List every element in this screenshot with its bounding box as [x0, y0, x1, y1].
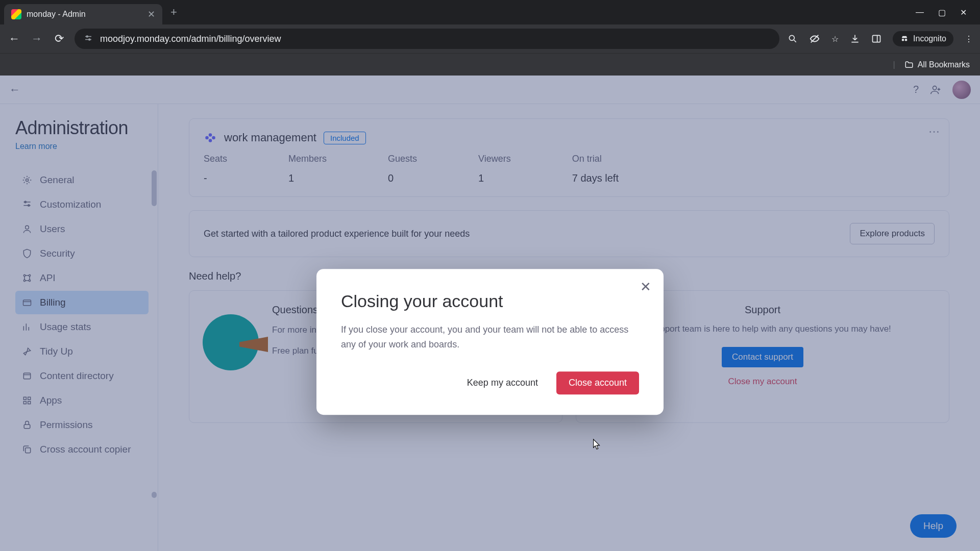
incognito-badge[interactable]: Incognito [893, 31, 953, 46]
tab-bar: monday - Admin ✕ + ― ▢ ✕ [0, 0, 980, 24]
sidepanel-icon[interactable] [871, 34, 881, 44]
new-tab-button[interactable]: + [162, 6, 185, 19]
browser-tab[interactable]: monday - Admin ✕ [4, 4, 162, 24]
browser-menu-icon[interactable]: ⋮ [965, 34, 973, 44]
close-window-icon[interactable]: ✕ [960, 8, 967, 17]
close-account-button[interactable]: Close account [556, 371, 639, 394]
bookmark-star-icon[interactable]: ☆ [831, 34, 839, 44]
url-text: moodjoy.monday.com/admin/billing/overvie… [100, 34, 770, 44]
window-controls: ― ▢ ✕ [916, 8, 976, 17]
tab-title: monday - Admin [27, 10, 142, 19]
svg-rect-7 [873, 35, 880, 42]
close-account-modal: ✕ Closing your account If you close your… [316, 269, 664, 415]
svg-point-9 [902, 39, 904, 41]
svg-line-5 [794, 40, 796, 42]
tab-close-icon[interactable]: ✕ [148, 9, 155, 20]
modal-close-icon[interactable]: ✕ [640, 279, 651, 295]
svg-point-10 [905, 39, 908, 41]
site-settings-icon[interactable] [84, 34, 93, 43]
back-icon[interactable]: ← [7, 32, 21, 45]
all-bookmarks-button[interactable]: All Bookmarks [904, 60, 970, 69]
forward-icon[interactable]: → [30, 32, 44, 45]
eye-off-icon[interactable] [809, 33, 820, 44]
app-root: ← ? Administration Learn more General Cu… [0, 76, 980, 551]
url-box[interactable]: moodjoy.monday.com/admin/billing/overvie… [75, 29, 779, 49]
modal-body: If you close your account, you and your … [341, 322, 639, 352]
browser-chrome: monday - Admin ✕ + ― ▢ ✕ ← → ⟳ moodjoy.m… [0, 0, 980, 76]
tab-favicon [11, 9, 21, 19]
download-icon[interactable] [850, 34, 860, 44]
address-bar: ← → ⟳ moodjoy.monday.com/admin/billing/o… [0, 24, 980, 53]
minimize-icon[interactable]: ― [916, 8, 924, 17]
keep-account-button[interactable]: Keep my account [458, 371, 547, 394]
bookmarks-bar: | All Bookmarks [0, 53, 980, 76]
reload-icon[interactable]: ⟳ [52, 32, 66, 45]
maximize-icon[interactable]: ▢ [938, 8, 946, 17]
modal-title: Closing your account [341, 291, 639, 311]
svg-point-4 [789, 35, 794, 40]
folder-icon [904, 60, 914, 69]
toolbar-actions: ☆ Incognito ⋮ [788, 31, 973, 46]
zoom-icon[interactable] [788, 34, 798, 44]
incognito-icon [900, 34, 909, 43]
